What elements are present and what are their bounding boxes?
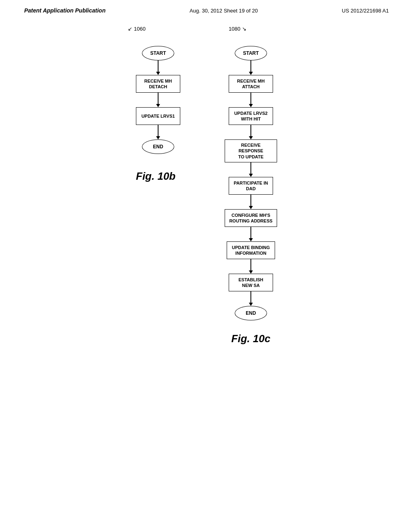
diagram-container: ↙ 1060 START RECEIVE MH DETACH UPDATE LR…	[0, 14, 413, 345]
arrow-r3	[249, 125, 253, 139]
flowchart-1060: ↙ 1060 START RECEIVE MH DETACH UPDATE LR…	[136, 46, 180, 345]
arrow-1	[156, 60, 160, 75]
arrow-r1	[249, 60, 253, 75]
receive-response-node: RECEIVE RESPONSE TO UPDATE	[225, 139, 277, 162]
fig-10b-label: Fig. 10b	[136, 170, 175, 183]
page-header: Patent Application Publication Aug. 30, …	[0, 0, 413, 14]
receive-mh-attach-node: RECEIVE MH ATTACH	[229, 75, 273, 93]
arrow-2	[156, 93, 160, 107]
start-node-1060: START	[142, 46, 174, 60]
header-right: US 2012/221698 A1	[342, 8, 389, 14]
arrow-r2	[249, 93, 253, 107]
arrow-r4	[249, 162, 253, 177]
arrow-3	[156, 125, 160, 139]
arrow-symbol-1080: ↘	[242, 26, 246, 32]
label-1080: 1080 ↘	[229, 26, 246, 32]
receive-mh-detach-node: RECEIVE MH DETACH	[136, 75, 180, 93]
update-lrvs2-node: UPDATE LRVS2 WITH HIT	[229, 107, 273, 125]
arrow-r7	[249, 259, 253, 274]
participate-dad-node: PARTICIPATE IN DAD	[229, 177, 273, 195]
arrow-symbol-1060: ↙	[128, 26, 132, 32]
arrow-r5	[249, 195, 253, 209]
establish-new-sa-node: ESTABLISH NEW SA	[229, 274, 273, 291]
flowchart-1080: 1080 ↘ START RECEIVE MH ATTACH UPDATE LR…	[225, 46, 277, 345]
label-1060-text: 1060	[134, 26, 146, 32]
start-node-1080: START	[235, 46, 267, 60]
arrow-r8	[249, 291, 253, 306]
label-1060: ↙ 1060	[128, 26, 146, 32]
header-left: Patent Application Publication	[24, 7, 106, 14]
update-binding-node: UPDATE BINDING INFORMATION	[227, 241, 275, 259]
arrow-r6	[249, 227, 253, 241]
update-lrvs1-node: UPDATE LRVS1	[136, 107, 180, 125]
end-node-1060: END	[142, 139, 174, 154]
label-1080-text: 1080	[229, 26, 240, 32]
configure-mhs-node: CONFIGURE MH'S ROUTING ADDRESS	[225, 209, 277, 227]
end-node-1080: END	[235, 306, 267, 320]
header-center: Aug. 30, 2012 Sheet 19 of 20	[190, 8, 258, 14]
fig-10c-label: Fig. 10c	[232, 332, 271, 345]
